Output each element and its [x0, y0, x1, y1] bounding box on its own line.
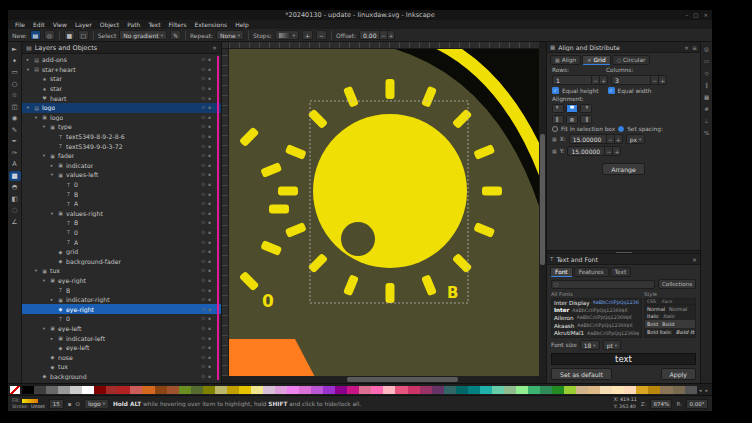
increment-icon[interactable]: +	[658, 76, 666, 84]
visibility-icon[interactable]: ʘ	[201, 163, 205, 168]
palette-swatch-34[interactable]	[432, 386, 444, 394]
edit-gradient-icon[interactable]: ✎	[170, 30, 181, 40]
snap-alignment-icon[interactable]: ∥	[705, 82, 708, 88]
anchor-center[interactable]: ■	[566, 115, 578, 124]
decrement-icon[interactable]: −	[650, 76, 658, 84]
eye-circle-shape[interactable]	[313, 114, 467, 268]
visibility-icon[interactable]: ʘ	[201, 115, 205, 120]
palette-swatch-39[interactable]	[492, 386, 504, 394]
set-as-default-button[interactable]: Set as default	[551, 368, 612, 380]
layer-row-indicator-left[interactable]: ▸▣indicator-leftʘ▪	[22, 333, 221, 343]
anchor-mid-left[interactable]: ▌	[552, 115, 564, 124]
gradient-select-dropdown[interactable]: No gradient ▾	[119, 30, 167, 40]
layer-row-heart[interactable]: ♥heartʘ▪	[22, 93, 221, 103]
visibility-icon[interactable]: ʘ	[201, 153, 205, 158]
box3d-tool[interactable]: ◫	[9, 102, 21, 113]
visibility-icon[interactable]: ʘ	[201, 172, 205, 177]
lock-icon[interactable]: ▪	[208, 249, 211, 254]
palette-swatch-14[interactable]	[191, 386, 203, 394]
layer-row-nose[interactable]: ◆noseʘ▪	[22, 352, 221, 362]
menu-edit[interactable]: Edit	[29, 21, 49, 28]
palette-swatch-23[interactable]	[299, 386, 311, 394]
palette-swatch-18[interactable]	[239, 386, 251, 394]
layer-row-A[interactable]: TAʘ▪	[22, 199, 221, 209]
rows-spinner[interactable]: 1 − +	[552, 75, 608, 85]
expander-icon[interactable]: ▾	[41, 124, 47, 129]
visibility-icon[interactable]: ʘ	[201, 57, 205, 62]
visibility-icon[interactable]: ʘ	[201, 307, 205, 312]
lock-icon[interactable]: ▪	[208, 153, 211, 158]
lock-icon[interactable]: ▪	[208, 96, 211, 101]
layer-row-B[interactable]: TBʘ▪	[22, 285, 221, 295]
apply-button[interactable]: Apply	[661, 368, 696, 380]
visibility-icon[interactable]: ʘ	[201, 86, 205, 91]
decrement-icon[interactable]: −	[591, 76, 599, 84]
layer-row-eye-right[interactable]: ◆eye-rightʘ▪	[22, 304, 221, 314]
visibility-icon[interactable]: ʘ	[201, 192, 205, 197]
visibility-icon[interactable]: ʘ	[201, 105, 205, 110]
panel-menu-icon[interactable]: ≡	[692, 44, 697, 51]
lock-icon[interactable]: ▪	[208, 124, 211, 129]
palette-swatch-4[interactable]	[70, 386, 82, 394]
expander-icon[interactable]: ▾	[25, 67, 31, 72]
visibility-icon[interactable]: ʘ	[201, 240, 205, 245]
lock-icon[interactable]: ▪	[208, 211, 211, 216]
lock-icon[interactable]: ▪	[208, 316, 211, 321]
selector-tool[interactable]: ►	[9, 44, 21, 55]
lock-icon[interactable]: ▪	[208, 268, 211, 273]
lock-icon[interactable]: ▪	[208, 297, 211, 302]
layer-row-0[interactable]: T0ʘ▪	[22, 180, 221, 190]
lock-icon[interactable]: ▪	[208, 259, 211, 264]
lock-icon[interactable]: ▪	[208, 345, 211, 350]
text-dialog-icon[interactable]: T	[550, 256, 553, 262]
font-row-Inter[interactable]: InterAaBbCcIiPpQq12369$€	[552, 307, 641, 315]
palette-swatch-7[interactable]	[106, 386, 118, 394]
close-button[interactable]: ×	[703, 12, 708, 18]
layer-row-type[interactable]: ▾▣typeʘ▪	[22, 122, 221, 132]
style-row-Bold[interactable]: BoldBold	[645, 320, 695, 328]
palette-swatch-1[interactable]	[34, 386, 46, 394]
palette-swatch-29[interactable]	[371, 386, 383, 394]
visibility-icon[interactable]: ʘ	[201, 259, 205, 264]
visibility-icon[interactable]: ʘ	[201, 268, 205, 273]
expander-icon[interactable]: ▸	[49, 336, 55, 341]
unit-dropdown[interactable]: px ▾	[626, 134, 646, 144]
gradient-stroke-icon[interactable]: □	[78, 30, 89, 40]
palette-swatch-16[interactable]	[215, 386, 227, 394]
expander-icon[interactable]: ▾	[49, 211, 55, 216]
layer-row-A[interactable]: TAʘ▪	[22, 237, 221, 247]
palette-swatch-37[interactable]	[468, 386, 480, 394]
y-spacing-spinner[interactable]: 15.00000 − +	[567, 146, 621, 156]
visibility-icon[interactable]: ʘ	[201, 96, 205, 101]
palette-swatch-43[interactable]	[540, 386, 552, 394]
lock-icon[interactable]: ▪	[208, 76, 211, 81]
palette-swatch-45[interactable]	[564, 386, 576, 394]
tab-grid[interactable]: #Grid	[582, 55, 610, 65]
increment-icon[interactable]: +	[599, 76, 607, 84]
layer-row-star[interactable]: ★starʘ▪	[22, 74, 221, 84]
visibility-icon[interactable]: ʘ	[201, 249, 205, 254]
layer-row-background[interactable]: ◆backgroundʘ▪	[22, 372, 221, 382]
opacity-field[interactable]: 15	[49, 399, 64, 409]
visibility-icon[interactable]: ʘ	[201, 326, 205, 331]
palette-swatch-28[interactable]	[359, 386, 371, 394]
snap-page-icon[interactable]: ▦	[704, 94, 709, 100]
vertical-scrollbar[interactable]	[539, 49, 546, 376]
ruler-corner[interactable]	[222, 42, 229, 49]
layer-row-text5349-8-9-2-8-6[interactable]: Ttext5349-8-9-2-8-6ʘ▪	[22, 132, 221, 142]
palette-swatch-20[interactable]	[263, 386, 275, 394]
style-row-Normal[interactable]: NormalNormal	[645, 305, 695, 313]
visibility-icon[interactable]: ʘ	[201, 278, 205, 283]
palette-swatch-50[interactable]	[624, 386, 636, 394]
layer-visibility-icon[interactable]: ʘ	[76, 401, 80, 407]
palette-swatch-52[interactable]	[648, 386, 660, 394]
minimize-button[interactable]: –	[685, 12, 688, 18]
pen-tool[interactable]: ✒	[9, 136, 21, 147]
palette-swatch-10[interactable]	[142, 386, 154, 394]
lock-icon[interactable]: ▪	[208, 105, 211, 110]
palette-swatch-35[interactable]	[444, 386, 456, 394]
lock-icon[interactable]: ▪	[208, 364, 211, 369]
menu-layer[interactable]: Layer	[71, 21, 96, 28]
palette-swatch-13[interactable]	[179, 386, 191, 394]
font-row-Aileron[interactable]: AileronAaBbCcIiPpQq12369$€	[552, 314, 641, 322]
